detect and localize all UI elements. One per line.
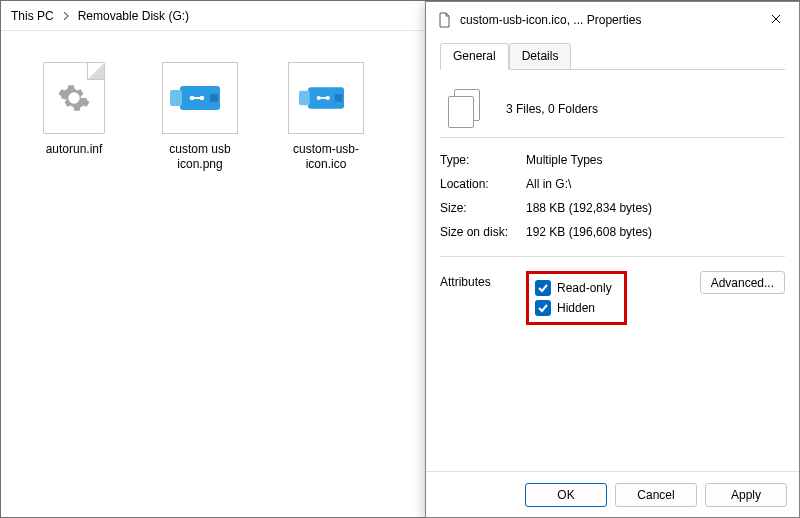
- size-value: 188 KB (192,834 bytes): [526, 201, 652, 215]
- readonly-label: Read-only: [557, 281, 612, 295]
- svg-point-2: [190, 96, 195, 101]
- file-item[interactable]: custom-usb-icon.ico: [273, 60, 379, 172]
- close-button[interactable]: [753, 2, 799, 38]
- svg-rect-7: [299, 91, 310, 105]
- explorer-window: This PC Removable Disk (G:) autorun.inf: [0, 0, 800, 518]
- hidden-label: Hidden: [557, 301, 595, 315]
- inf-file-icon: [36, 60, 112, 136]
- hidden-checkbox[interactable]: Hidden: [535, 298, 612, 318]
- svg-rect-1: [170, 90, 182, 106]
- location-value: All in G:\: [526, 177, 571, 191]
- svg-point-8: [317, 96, 321, 100]
- svg-rect-5: [210, 94, 218, 102]
- file-label: custom usb icon.png: [147, 142, 253, 172]
- size-label: Size:: [440, 201, 526, 215]
- size-on-disk-label: Size on disk:: [440, 225, 526, 239]
- chevron-right-icon: [58, 9, 74, 23]
- document-icon: [436, 12, 452, 28]
- breadcrumb-item-drive[interactable]: Removable Disk (G:): [74, 9, 193, 23]
- svg-rect-11: [335, 94, 342, 101]
- file-label: autorun.inf: [46, 142, 103, 157]
- attributes-highlight: Read-only Hidden: [526, 271, 627, 325]
- apply-button[interactable]: Apply: [705, 483, 787, 507]
- close-icon: [771, 13, 781, 27]
- attributes-label: Attributes: [440, 271, 526, 325]
- svg-rect-10: [321, 97, 328, 99]
- summary-text: 3 Files, 0 Folders: [506, 102, 598, 116]
- advanced-button[interactable]: Advanced...: [700, 271, 785, 294]
- files-stack-icon: [446, 89, 484, 129]
- location-label: Location:: [440, 177, 526, 191]
- tab-panel-general: 3 Files, 0 Folders Type: Multiple Types …: [440, 70, 785, 325]
- file-item[interactable]: autorun.inf: [21, 60, 127, 172]
- checkbox-checked-icon: [535, 300, 551, 316]
- tab-details[interactable]: Details: [509, 43, 572, 70]
- png-file-icon: [162, 60, 238, 136]
- size-on-disk-value: 192 KB (196,608 bytes): [526, 225, 652, 239]
- checkbox-checked-icon: [535, 280, 551, 296]
- cancel-button[interactable]: Cancel: [615, 483, 697, 507]
- svg-rect-4: [194, 97, 202, 99]
- ico-file-icon: [288, 60, 364, 136]
- dialog-title: custom-usb-icon.ico, ... Properties: [460, 13, 641, 27]
- type-label: Type:: [440, 153, 526, 167]
- readonly-checkbox[interactable]: Read-only: [535, 278, 612, 298]
- tab-general[interactable]: General: [440, 43, 509, 70]
- type-value: Multiple Types: [526, 153, 602, 167]
- dialog-footer: OK Cancel Apply: [426, 471, 799, 517]
- dialog-titlebar[interactable]: custom-usb-icon.ico, ... Properties: [426, 2, 799, 38]
- file-item[interactable]: custom usb icon.png: [147, 60, 253, 172]
- tab-strip: General Details: [440, 42, 785, 70]
- ok-button[interactable]: OK: [525, 483, 607, 507]
- properties-dialog: custom-usb-icon.ico, ... Properties Gene…: [425, 1, 800, 518]
- breadcrumb-item-thispc[interactable]: This PC: [7, 9, 58, 23]
- file-label: custom-usb-icon.ico: [273, 142, 379, 172]
